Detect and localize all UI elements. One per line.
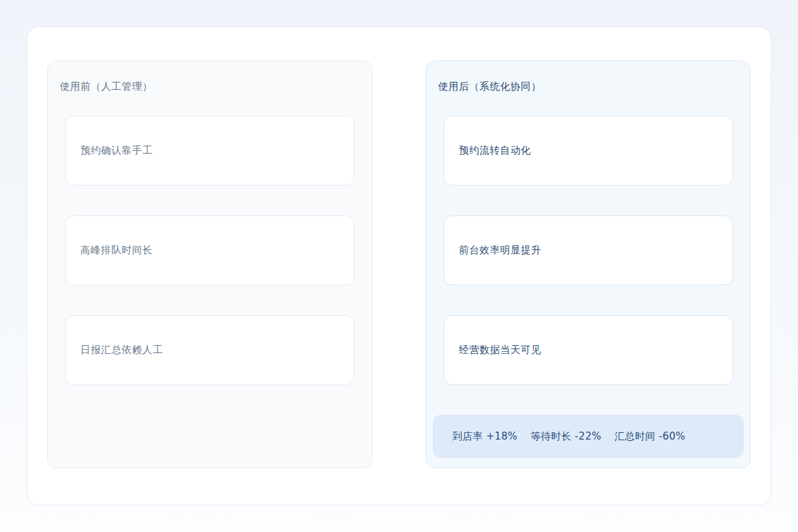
metric-store-visit-rate: 到店率 +18%	[452, 430, 517, 443]
before-card-3: 日报汇总依赖人工	[65, 315, 354, 385]
after-card-1-text: 预约流转自动化	[459, 144, 531, 157]
after-panel-title: 使用后（系统化协同）	[438, 80, 738, 94]
metric-wait-time: 等待时长 -22%	[531, 430, 601, 443]
before-card-1-text: 预约确认靠手工	[80, 144, 153, 157]
before-panel-title: 使用前（人工管理）	[60, 80, 360, 94]
after-card-list: 预约流转自动化 前台效率明显提升 经营数据当天可见	[444, 116, 733, 385]
before-card-2-text: 高峰排队时间长	[80, 244, 153, 257]
before-card-2: 高峰排队时间长	[65, 215, 354, 285]
before-panel: 使用前（人工管理） 预约确认靠手工 高峰排队时间长 日报汇总依赖人工	[47, 61, 372, 468]
after-panel: 使用后（系统化协同） 预约流转自动化 前台效率明显提升 经营数据当天可见 到店率…	[426, 61, 751, 468]
before-card-3-text: 日报汇总依赖人工	[80, 344, 163, 356]
before-card-1: 预约确认靠手工	[65, 116, 354, 186]
before-card-list: 预约确认靠手工 高峰排队时间长 日报汇总依赖人工	[65, 116, 354, 385]
metrics-badge: 到店率 +18% 等待时长 -22% 汇总时间 -60%	[433, 415, 743, 458]
metric-summary-time: 汇总时间 -60%	[614, 430, 685, 443]
after-card-3: 经营数据当天可见	[444, 315, 733, 385]
after-card-3-text: 经营数据当天可见	[459, 344, 541, 356]
comparison-container: 使用前（人工管理） 预约确认靠手工 高峰排队时间长 日报汇总依赖人工 使用后（系…	[27, 27, 771, 505]
after-card-2-text: 前台效率明显提升	[459, 244, 541, 257]
after-card-2: 前台效率明显提升	[444, 215, 733, 285]
after-card-1: 预约流转自动化	[444, 116, 733, 186]
